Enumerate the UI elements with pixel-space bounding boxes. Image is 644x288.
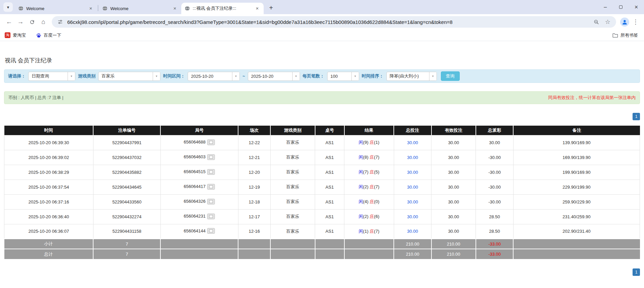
- cell-game-type: 百家乐: [270, 135, 315, 150]
- total-bet-link[interactable]: 30.00: [407, 140, 418, 145]
- date-to-input[interactable]: 2025-10-20 ▼: [248, 72, 300, 81]
- query-type-select[interactable]: 日期查询 ▼: [28, 72, 75, 81]
- bookmark-star-icon[interactable]: ☆: [603, 18, 612, 26]
- total-bet-link[interactable]: 30.00: [407, 199, 418, 204]
- empty-cell: [270, 249, 315, 259]
- bookmark-baidu[interactable]: 百度一下: [36, 32, 61, 38]
- cell-table-no: AS1: [315, 224, 344, 239]
- game-type-label: 游戏类别: [78, 73, 96, 79]
- table-row: 2025-10-20 06:37:16522904433560656064326…: [4, 194, 640, 209]
- url-bar[interactable]: 66cxkj98.com/ipl/portal.php/game/betreco…: [52, 16, 616, 28]
- per-page-select[interactable]: 100 ▼: [327, 72, 359, 81]
- cell-game-type: 百家乐: [270, 194, 315, 209]
- replay-icon[interactable]: [207, 214, 215, 219]
- close-icon[interactable]: ×: [254, 5, 260, 11]
- forward-button[interactable]: →: [15, 16, 26, 28]
- replay-icon[interactable]: [207, 228, 215, 234]
- empty-cell: [344, 239, 394, 249]
- profile-avatar[interactable]: [620, 18, 629, 27]
- replay-icon[interactable]: [207, 184, 215, 190]
- chevron-down-icon: ▼: [351, 72, 359, 81]
- tab-title: Welcome: [26, 6, 85, 11]
- cell-table-no: AS1: [315, 180, 344, 194]
- back-button[interactable]: ←: [3, 16, 15, 28]
- reload-button[interactable]: [26, 16, 38, 28]
- cell-note: 231.40/259.90: [513, 209, 640, 224]
- browser-menu-icon[interactable]: ⋮: [631, 18, 641, 26]
- bookmark-label: 爱淘宝: [13, 32, 26, 38]
- total-total-bet: 210.00: [394, 249, 431, 259]
- page-1-button[interactable]: 1: [633, 113, 640, 120]
- cell-total-bet: 30.00: [394, 209, 431, 224]
- close-window-button[interactable]: ×: [629, 0, 644, 14]
- cell-result: 闲(9) 庄(1): [344, 135, 394, 150]
- replay-icon[interactable]: [207, 199, 215, 204]
- replay-icon[interactable]: [207, 154, 215, 160]
- total-bet-link[interactable]: 30.00: [407, 185, 418, 190]
- cell-session: 12-22: [238, 135, 270, 150]
- maximize-icon: [619, 5, 622, 9]
- cell-result: 闲(7) 庄(5): [344, 165, 394, 180]
- cell-payout: 28.50: [476, 209, 514, 224]
- chevron-down-icon: ▼: [153, 72, 160, 81]
- tab-welcome-2[interactable]: Welcome ×: [99, 3, 181, 14]
- cell-time: 2025-10-20 06:39:02: [4, 150, 93, 165]
- chevron-down-icon: ▼: [68, 72, 75, 81]
- game-type-select[interactable]: 百家乐 ▼: [98, 72, 160, 81]
- empty-cell: [315, 249, 344, 259]
- cell-table-no: AS1: [315, 135, 344, 150]
- taobao-icon: 淘: [5, 32, 10, 38]
- zoom-out-icon[interactable]: [592, 18, 601, 26]
- cell-game-type: 百家乐: [270, 150, 315, 165]
- cell-total-bet: 30.00: [394, 165, 431, 180]
- empty-cell: [160, 239, 238, 249]
- cell-valid-bet: 30.00: [431, 165, 476, 180]
- page-title: 视讯 会员下注纪录: [5, 57, 640, 64]
- total-bet-link[interactable]: 30.00: [407, 170, 418, 175]
- minimize-button[interactable]: –: [598, 0, 613, 14]
- empty-cell: [238, 249, 270, 259]
- maximize-button[interactable]: [613, 0, 629, 14]
- cell-time: 2025-10-20 06:36:07: [4, 224, 93, 239]
- url-text[interactable]: 66cxkj98.com/ipl/portal.php/game/betreco…: [67, 19, 589, 25]
- sort-label: 时间排序：: [362, 73, 384, 79]
- page-1-button[interactable]: 1: [633, 268, 640, 276]
- total-bet-link[interactable]: 30.00: [407, 229, 418, 234]
- cell-time: 2025-10-20 06:39:30: [4, 135, 93, 150]
- tab-betrecord-active[interactable]: :::视讯 会员下注纪录::: ×: [181, 3, 264, 14]
- site-info-icon[interactable]: [56, 18, 65, 26]
- bookmark-taobao[interactable]: 淘 爱淘宝: [5, 32, 26, 38]
- date-from-input[interactable]: 2025-10-20 ▼: [188, 72, 240, 81]
- all-bookmarks-button[interactable]: 所有书签: [612, 32, 638, 38]
- date-range-label: 时间区间：: [163, 73, 185, 79]
- replay-icon[interactable]: [207, 139, 215, 145]
- empty-cell: [344, 249, 394, 259]
- new-tab-button[interactable]: +: [266, 3, 276, 12]
- folder-icon: [612, 33, 618, 38]
- total-label: 总计: [4, 249, 93, 259]
- replay-icon[interactable]: [207, 169, 215, 175]
- table-row: 2025-10-20 06:37:54522904434645656064417…: [4, 180, 640, 194]
- column-header: 游戏类别: [270, 126, 315, 135]
- cell-payout: 30.00: [476, 135, 514, 150]
- browser-toolbar: ← → ⌂ 66cxkj98.com/ipl/portal.php/game/b…: [0, 14, 644, 30]
- tab-title: :::视讯 会员下注纪录:::: [193, 5, 252, 11]
- home-button[interactable]: ⌂: [38, 16, 49, 28]
- total-bet-link[interactable]: 30.00: [407, 214, 418, 219]
- cell-session: 12-21: [238, 150, 270, 165]
- tab-welcome-1[interactable]: Welcome ×: [15, 3, 97, 14]
- close-icon[interactable]: ×: [88, 5, 94, 11]
- sort-select[interactable]: 降幂(由大到小) ▼: [386, 72, 437, 81]
- baidu-paw-icon: [36, 33, 41, 38]
- close-icon[interactable]: ×: [172, 5, 178, 11]
- cell-game-type: 百家乐: [270, 165, 315, 180]
- empty-cell: [270, 239, 315, 249]
- search-button[interactable]: 查询: [441, 71, 460, 81]
- globe-favicon-icon: [18, 6, 24, 11]
- column-header: 有效投注: [431, 126, 476, 135]
- cell-bet-id: 522904434645: [93, 180, 160, 194]
- total-bet-link[interactable]: 30.00: [407, 155, 418, 160]
- cell-round-id: 656064688: [160, 135, 238, 150]
- cell-session: 12-19: [238, 180, 270, 194]
- tab-search-button[interactable]: ▾: [3, 2, 13, 12]
